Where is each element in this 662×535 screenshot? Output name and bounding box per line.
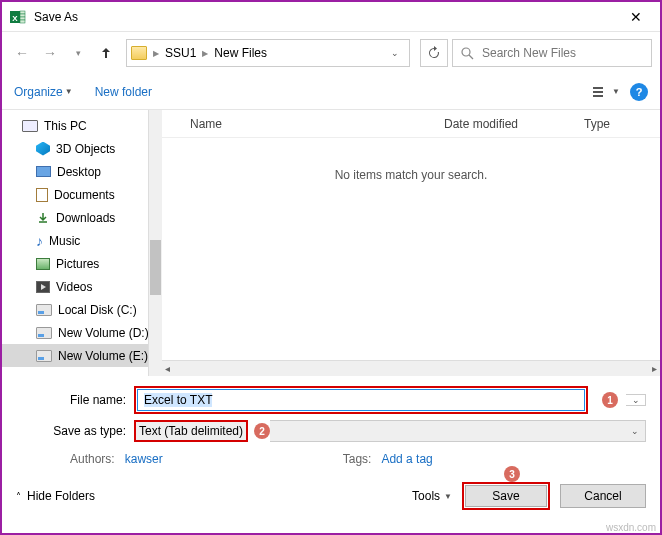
svg-rect-4 <box>20 17 25 20</box>
window-title: Save As <box>34 10 616 24</box>
pc-icon <box>22 120 38 132</box>
tree-downloads[interactable]: Downloads <box>2 206 162 229</box>
breadcrumb-1[interactable]: SSU1 <box>165 46 196 60</box>
search-placeholder: Search New Files <box>482 46 576 60</box>
refresh-button[interactable] <box>420 39 448 67</box>
drive-icon <box>36 304 52 316</box>
folder-icon <box>131 46 147 60</box>
tree-desktop[interactable]: Desktop <box>2 160 162 183</box>
new-folder-button[interactable]: New folder <box>95 85 152 99</box>
tree-videos[interactable]: Videos <box>2 275 162 298</box>
address-dropdown[interactable]: ⌄ <box>385 48 405 58</box>
svg-rect-8 <box>593 87 603 89</box>
svg-rect-9 <box>593 91 603 93</box>
filetype-label: Save as type: <box>16 424 126 438</box>
video-icon <box>36 281 50 293</box>
cube-icon <box>36 142 50 156</box>
chevron-down-icon: ▼ <box>444 492 452 501</box>
chevron-right-icon: ▶ <box>202 49 208 58</box>
close-button[interactable]: ✕ <box>616 3 656 31</box>
chevron-down-icon: ▼ <box>65 87 73 96</box>
picture-icon <box>36 258 50 270</box>
drive-icon <box>36 350 52 362</box>
download-icon <box>36 211 50 225</box>
authors-label: Authors: <box>70 452 115 466</box>
view-options-button[interactable]: ▼ <box>593 86 620 98</box>
chevron-right-icon: ▶ <box>153 49 159 58</box>
tree-scrollbar[interactable] <box>148 110 162 376</box>
tree-pictures[interactable]: Pictures <box>2 252 162 275</box>
drive-icon <box>36 327 52 339</box>
breadcrumb-2[interactable]: New Files <box>214 46 267 60</box>
chevron-up-icon: ˄ <box>16 491 21 502</box>
col-name[interactable]: Name <box>184 117 444 131</box>
save-button[interactable]: Save <box>465 485 547 507</box>
forward-button[interactable]: → <box>38 41 62 65</box>
filename-label: File name: <box>16 393 126 407</box>
search-input[interactable]: Search New Files <box>452 39 652 67</box>
svg-rect-2 <box>20 11 25 14</box>
hide-folders-button[interactable]: ˄ Hide Folders <box>16 489 95 503</box>
file-list[interactable]: Name Date modified Type No items match y… <box>162 110 660 376</box>
tree-this-pc[interactable]: This PC <box>2 114 162 137</box>
up-button[interactable] <box>94 41 118 65</box>
cancel-button[interactable]: Cancel <box>560 484 646 508</box>
tree-new-volume-e[interactable]: New Volume (E:) <box>2 344 162 367</box>
callout-2: 2 <box>254 423 270 439</box>
recent-chevron[interactable]: ▾ <box>66 41 90 65</box>
desktop-icon <box>36 166 51 177</box>
tools-menu[interactable]: Tools ▼ <box>412 489 452 503</box>
document-icon <box>36 188 48 202</box>
filetype-select[interactable]: Text (Tab delimited) 2 ⌄ <box>134 420 646 442</box>
svg-rect-10 <box>593 95 603 97</box>
tree-new-volume-d[interactable]: New Volume (D:) <box>2 321 162 344</box>
tree-documents[interactable]: Documents <box>2 183 162 206</box>
svg-point-6 <box>462 48 470 56</box>
organize-menu[interactable]: Organize ▼ <box>14 85 73 99</box>
nav-tree[interactable]: This PC 3D Objects Desktop Documents Dow… <box>2 110 162 376</box>
address-bar[interactable]: ▶ SSU1 ▶ New Files ⌄ <box>126 39 410 67</box>
svg-rect-3 <box>20 14 25 17</box>
filename-dropdown[interactable]: ⌄ <box>626 394 646 406</box>
authors-value[interactable]: kawser <box>125 452 163 466</box>
callout-3: 3 <box>504 466 520 482</box>
chevron-down-icon: ▼ <box>612 87 620 96</box>
back-button[interactable]: ← <box>10 41 34 65</box>
svg-rect-5 <box>20 20 25 23</box>
callout-1: 1 <box>602 392 618 408</box>
music-icon: ♪ <box>36 234 43 248</box>
tags-value[interactable]: Add a tag <box>381 452 432 466</box>
empty-message: No items match your search. <box>162 138 660 182</box>
col-type[interactable]: Type <box>584 117 660 131</box>
svg-text:X: X <box>12 14 18 23</box>
col-date[interactable]: Date modified <box>444 117 584 131</box>
watermark: wsxdn.com <box>606 522 656 533</box>
svg-line-7 <box>469 55 473 59</box>
filename-input[interactable]: Excel to TXT <box>137 389 585 411</box>
tags-label: Tags: <box>343 452 372 466</box>
h-scrollbar[interactable] <box>162 360 660 376</box>
tree-local-disk-c[interactable]: Local Disk (C:) <box>2 298 162 321</box>
help-button[interactable]: ? <box>630 83 648 101</box>
excel-app-icon: X <box>10 9 26 25</box>
tree-music[interactable]: ♪Music <box>2 229 162 252</box>
search-icon <box>461 47 474 60</box>
tree-3d-objects[interactable]: 3D Objects <box>2 137 162 160</box>
